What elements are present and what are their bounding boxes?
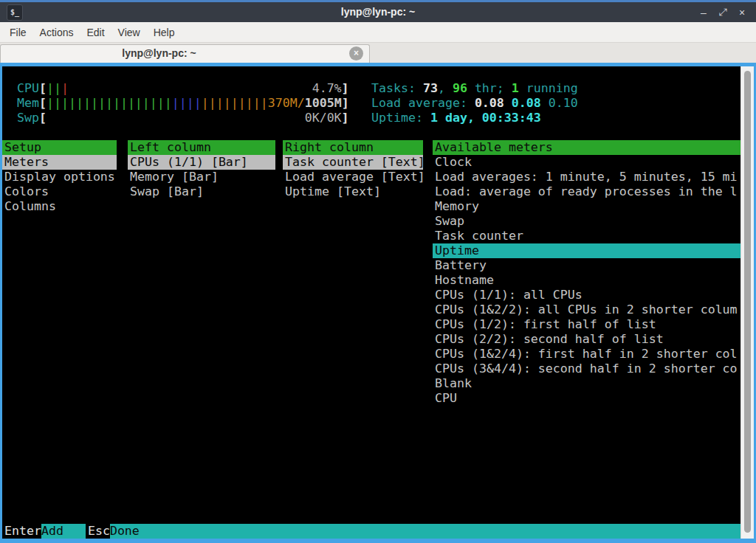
text-segment: Load average:	[371, 96, 475, 110]
meter-label: Swp	[17, 111, 39, 125]
panel-item-columns[interactable]: Columns	[2, 199, 117, 214]
panel-item-uptime-text[interactable]: Uptime [Text]	[283, 184, 423, 199]
bracket-open: [	[39, 111, 47, 125]
function-bar: EnterAdd EscDone	[2, 524, 740, 539]
bracket-close: ]	[342, 111, 349, 125]
window-controls: – ⤢ ×	[694, 2, 752, 22]
bracket-close: ]	[342, 81, 349, 95]
text-segment: 0.10	[549, 96, 578, 110]
text-segment: ,	[438, 81, 453, 95]
menu-actions[interactable]: Actions	[33, 22, 80, 43]
panel-item-load-averages-1-minute-5-minut[interactable]: Load averages: 1 minute, 5 minutes, 15 m…	[433, 170, 740, 184]
panel-item-blank[interactable]: Blank	[433, 376, 740, 391]
restore-icon[interactable]: ⤢	[713, 6, 732, 18]
text-segment: 1005M	[305, 96, 342, 110]
panel-item-task-counter-text[interactable]: Task counter [Text]	[283, 155, 423, 170]
text-segment	[47, 111, 305, 125]
panel-right-column: Right columnTask counter [Text]Load aver…	[283, 140, 423, 199]
panel-item-load-average-of-ready-processe[interactable]: Load: average of ready processes in the …	[433, 184, 740, 199]
text-segment: Tasks:	[371, 81, 423, 95]
tab-terminal[interactable]: lynp@lyn-pc: ~ ×	[0, 44, 370, 63]
scrollbar-handle[interactable]	[744, 71, 751, 533]
text-segment: 1	[512, 81, 519, 95]
text-segment: ||	[47, 81, 61, 95]
panel-item-cpus-3-4-4-second-half-in-2-sh[interactable]: CPUs (3&4/4): second half in 2 shorter c…	[433, 362, 740, 376]
menubar: FileActionsEditViewHelp	[0, 22, 756, 43]
titlebar[interactable]: $_ lynp@lyn-pc: ~ – ⤢ ×	[0, 0, 756, 22]
panel-item-swap-bar[interactable]: Swap [Bar]	[128, 184, 275, 199]
fnaction-add[interactable]: Add	[41, 524, 86, 539]
tab-close-icon[interactable]: ×	[349, 46, 363, 60]
menu-file[interactable]: File	[3, 22, 33, 43]
panel-item-cpus-2-2-second-half-of-list[interactable]: CPUs (2/2): second half of list	[433, 332, 740, 347]
bracket-close: ]	[342, 96, 349, 110]
tasks-line: Tasks: 73, 96 thr; 1 running	[371, 81, 578, 96]
panel-available-meters: Available metersClockLoad averages: 1 mi…	[433, 140, 740, 406]
panel-item-cpus-1-2-2-all-cpus-in-2-short[interactable]: CPUs (1&2/2): all CPUs in 2 shorter colu…	[433, 302, 740, 317]
text-segment: 0.08	[475, 96, 512, 110]
text-segment: 1 day, 00:33:43	[430, 111, 541, 125]
panel-item-clock[interactable]: Clock	[433, 155, 740, 170]
panel-item-hostname[interactable]: Hostname	[433, 273, 740, 288]
fnkey-esc: Esc	[86, 524, 110, 539]
panel-item-battery[interactable]: Battery	[433, 258, 740, 273]
minimize-icon[interactable]: –	[694, 7, 713, 18]
panel-item-cpu[interactable]: CPU	[433, 391, 740, 406]
meter-label: Mem	[17, 96, 39, 110]
tab-title: lynp@lyn-pc: ~	[1, 45, 317, 62]
text-segment: 370M/	[268, 96, 305, 110]
panel-item-cpus-1-2-first-half-of-list[interactable]: CPUs (1/2): first half of list	[433, 317, 740, 332]
bracket-open: [	[39, 81, 47, 95]
panel-item-cpus-1-1-bar[interactable]: CPUs (1/1) [Bar]	[128, 155, 275, 170]
panel-item-cpus-1-1-all-cpus[interactable]: CPUs (1/1): all CPUs	[433, 288, 740, 302]
text-segment: 73	[423, 81, 438, 95]
panel-item-cpus-1-2-4-first-half-in-2-sho[interactable]: CPUs (1&2/4): first half in 2 shorter co…	[433, 347, 740, 362]
panel-item-load-average-text[interactable]: Load average [Text]	[283, 170, 423, 184]
menu-help[interactable]: Help	[147, 22, 182, 43]
text-segment: Uptime:	[371, 111, 430, 125]
text-segment: |||||||||||||||||	[47, 96, 172, 110]
panel-item-colors[interactable]: Colors	[2, 184, 117, 199]
uptime-line: Uptime: 1 day, 00:33:43	[371, 111, 541, 125]
text-segment: thr;	[467, 81, 512, 95]
bracket-open: [	[39, 96, 47, 110]
load-average-line: Load average: 0.08 0.08 0.10	[371, 96, 578, 111]
panel-left-column: Left columnCPUs (1/1) [Bar]Memory [Bar]S…	[128, 140, 275, 199]
menu-view[interactable]: View	[111, 22, 147, 43]
panel-item-swap[interactable]: Swap	[433, 214, 740, 229]
text-segment: 96	[453, 81, 467, 95]
panel-header: Setup	[2, 140, 117, 155]
mem-meter: Mem[||||||||||||||||||||||||||||||370M/1…	[17, 96, 349, 111]
text-segment: ||||	[172, 96, 202, 110]
panel-item-uptime[interactable]: Uptime	[433, 243, 740, 258]
panel-setup: SetupMetersDisplay optionsColorsColumns	[2, 140, 117, 214]
terminal-window: $_ lynp@lyn-pc: ~ – ⤢ × FileActionsEditV…	[0, 0, 756, 543]
menu-edit[interactable]: Edit	[80, 22, 111, 43]
terminal-screen[interactable]: CPU[||| 4.7%]Mem[|||||||||||||||||||||||…	[2, 66, 740, 539]
close-icon[interactable]: ×	[732, 7, 752, 18]
text-segment: running	[519, 81, 578, 95]
panel-item-memory-bar[interactable]: Memory [Bar]	[128, 170, 275, 184]
terminal-frame: CPU[||| 4.7%]Mem[|||||||||||||||||||||||…	[0, 63, 756, 543]
panel-item-meters[interactable]: Meters	[2, 155, 117, 170]
panel-header: Available meters	[433, 140, 740, 155]
text-segment: |||||||||	[202, 96, 268, 110]
panel-item-memory[interactable]: Memory	[433, 199, 740, 214]
panel-header: Right column	[283, 140, 423, 155]
panel-header: Left column	[128, 140, 275, 155]
text-segment: 0.08	[512, 96, 549, 110]
fnaction-done[interactable]: Done	[110, 524, 740, 539]
text-segment: |	[61, 81, 69, 95]
panel-item-task-counter[interactable]: Task counter	[433, 229, 740, 243]
cpu-meter: CPU[||| 4.7%]	[17, 81, 349, 96]
tabbar: lynp@lyn-pc: ~ ×	[0, 43, 756, 63]
text-segment: 0K/0K	[305, 111, 342, 125]
text-segment: 4.7%	[69, 81, 342, 95]
swp-meter: Swp[ 0K/0K]	[17, 111, 349, 125]
panel-item-display-options[interactable]: Display options	[2, 170, 117, 184]
meter-label: CPU	[17, 81, 39, 95]
fnkey-enter: Enter	[2, 524, 41, 539]
window-title: lynp@lyn-pc: ~	[0, 2, 756, 22]
scrollbar[interactable]	[740, 66, 754, 539]
